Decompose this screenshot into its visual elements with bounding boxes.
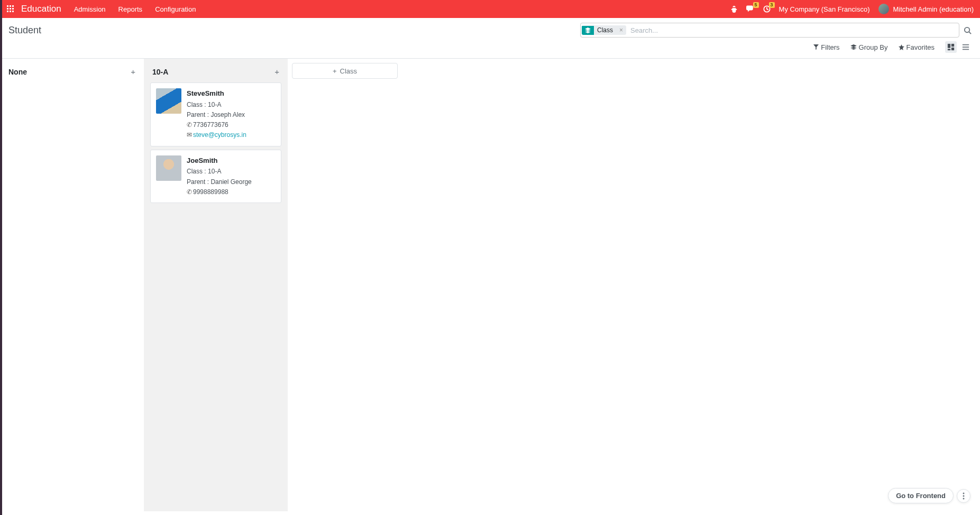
menu-admission[interactable]: Admission [74, 5, 106, 13]
add-column-label: Class [340, 67, 358, 75]
user-menu[interactable]: Mitchell Admin (education) [878, 4, 974, 14]
column-title: 10-A [152, 68, 168, 76]
svg-rect-3 [7, 8, 8, 10]
go-to-frontend-button[interactable]: Go to Frontend [888, 488, 954, 503]
svg-rect-5 [12, 8, 14, 10]
favorites-label: Favorites [906, 43, 935, 51]
facet-label: Class [594, 25, 616, 35]
svg-rect-8 [12, 11, 14, 12]
kanban-column-none: None + [0, 59, 144, 511]
activity-icon[interactable]: 3 [763, 5, 771, 13]
more-menu-button[interactable] [957, 489, 970, 503]
svg-rect-6 [7, 11, 8, 12]
svg-rect-1 [10, 5, 11, 7]
groupby-label: Group By [859, 43, 888, 51]
svg-rect-0 [7, 5, 8, 7]
layers-icon [582, 26, 594, 35]
svg-rect-2 [12, 5, 14, 7]
student-name: SteveSmith [187, 88, 276, 99]
control-panel: Student Class × [0, 18, 980, 38]
class-value: 10-A [208, 168, 221, 175]
phone-value: 9998889988 [193, 188, 228, 196]
add-column-button[interactable]: + Class [292, 63, 398, 79]
add-card-button[interactable]: + [131, 67, 135, 76]
student-card[interactable]: JoeSmith Class : 10-A Parent : Daniel Ge… [150, 150, 281, 203]
svg-rect-12 [951, 44, 954, 47]
svg-point-17 [963, 498, 965, 499]
svg-point-15 [963, 492, 965, 494]
column-title: None [8, 68, 27, 76]
navbar-right: 5 3 My Company (San Francisco) Mitchell … [730, 4, 974, 14]
class-label: Class : [187, 168, 206, 175]
favorites-button[interactable]: Favorites [899, 43, 935, 51]
facet-remove[interactable]: × [616, 25, 626, 35]
add-column-area: + Class [288, 59, 399, 83]
filters-button[interactable]: Filters [813, 43, 839, 51]
plus-icon: + [333, 67, 337, 75]
svg-point-10 [965, 27, 969, 32]
apps-icon[interactable] [6, 5, 15, 13]
app-brand[interactable]: Education [21, 4, 61, 14]
kanban-board: None + 10-A + SteveSmith Class : 10-A Pa… [0, 59, 980, 511]
student-name: JoeSmith [187, 155, 276, 167]
add-card-button[interactable]: + [274, 67, 279, 76]
kanban-view-button[interactable] [945, 41, 957, 53]
phone-value: 7736773676 [193, 121, 228, 128]
kanban-column-10a: 10-A + SteveSmith Class : 10-A Parent : … [144, 59, 288, 511]
user-name: Mitchell Admin (education) [893, 5, 974, 13]
parent-value: Joseph Alex [210, 111, 245, 118]
mail-icon: ✉ [187, 130, 192, 140]
svg-rect-13 [951, 48, 954, 50]
groupby-button[interactable]: Group By [850, 43, 888, 51]
avatar-icon [878, 4, 889, 14]
frontend-pill: Go to Frontend [888, 488, 970, 503]
svg-rect-14 [948, 49, 950, 51]
toolbar: Filters Group By Favorites [0, 38, 980, 59]
activity-badge: 3 [769, 2, 775, 8]
main-menu: Admission Reports Configuration [74, 5, 196, 13]
svg-rect-7 [10, 11, 11, 12]
search-input[interactable] [627, 26, 959, 34]
search-icon[interactable] [964, 26, 972, 34]
search-facet-class: Class × [582, 25, 626, 35]
phone-icon: ✆ [187, 187, 192, 197]
messages-badge: 5 [753, 2, 759, 8]
company-switcher[interactable]: My Company (San Francisco) [779, 5, 870, 13]
phone-icon: ✆ [187, 120, 192, 130]
parent-value: Daniel George [210, 178, 251, 186]
list-view-button[interactable] [960, 41, 972, 53]
menu-configuration[interactable]: Configuration [155, 5, 196, 13]
student-photo [156, 88, 181, 114]
class-label: Class : [187, 101, 206, 108]
menu-reports[interactable]: Reports [118, 5, 143, 13]
student-photo [156, 155, 181, 181]
svg-rect-11 [948, 44, 950, 48]
svg-point-16 [963, 495, 965, 496]
filters-label: Filters [821, 43, 839, 51]
svg-rect-4 [10, 8, 11, 10]
bug-icon[interactable] [730, 5, 738, 13]
search-box[interactable]: Class × [580, 23, 959, 38]
parent-label: Parent : [187, 178, 209, 186]
student-card[interactable]: SteveSmith Class : 10-A Parent : Joseph … [150, 82, 281, 146]
messages-icon[interactable]: 5 [746, 5, 755, 13]
navbar: Education Admission Reports Configuratio… [0, 0, 980, 18]
parent-label: Parent : [187, 111, 209, 118]
page-title: Student [8, 25, 41, 36]
class-value: 10-A [208, 101, 221, 108]
email-link[interactable]: steve@cybrosys.in [193, 131, 246, 139]
